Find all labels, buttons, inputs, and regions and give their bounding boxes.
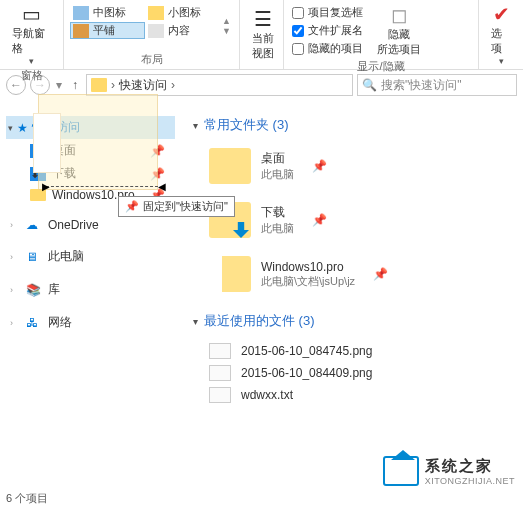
nav-network[interactable]: › 🖧 网络 [6, 311, 175, 334]
nav-item-label: 库 [48, 281, 60, 298]
breadcrumb-sep: › [171, 78, 175, 92]
nav-pane-icon: ▭ [22, 2, 41, 26]
pin-icon: 📌 [150, 167, 165, 181]
file-item[interactable]: 2015-06-10_084409.png [193, 362, 515, 384]
file-name: 2015-06-10_084409.png [241, 366, 372, 380]
file-name: 2015-06-10_084745.png [241, 344, 372, 358]
content-icon [148, 24, 164, 38]
content-pane: ▾ 常用文件夹 (3) 桌面 此电脑 📌 下载 此电脑 📌 Windows10.… [175, 100, 523, 480]
view-tiles-label: 平铺 [93, 23, 115, 38]
folder-item-desktop[interactable]: 桌面 此电脑 📌 [193, 144, 515, 198]
current-view-icon: ☰ [254, 7, 272, 31]
options-button[interactable]: ✔ 选项 ▾ [485, 2, 517, 66]
main-area: ▾ ★ 快速访问 桌面 📌 ⬇ 下载 📌 Windows10.pro 📌 › [0, 100, 523, 480]
view-content-label: 内容 [168, 23, 190, 38]
watermark-en: XITONGZHIJIA.NET [425, 476, 515, 486]
current-view-button[interactable]: ☰ 当前 视图 [246, 2, 280, 65]
view-medium-icons[interactable]: 中图标 [70, 4, 145, 21]
pin-icon: 📌 [150, 144, 165, 158]
folder-icon [91, 78, 107, 92]
drop-indicator [46, 186, 158, 187]
pin-icon: 📌 [125, 200, 139, 213]
checkbox-hidden-items[interactable]: 隐藏的项目 [290, 40, 365, 57]
star-icon: ★ [17, 121, 28, 135]
small-icons-icon [148, 6, 164, 20]
checkbox-item-checkboxes[interactable]: 项目复选框 [290, 4, 365, 21]
folder-item-downloads[interactable]: 下载 此电脑 📌 [193, 198, 515, 252]
file-item[interactable]: 2015-06-10_084745.png [193, 340, 515, 362]
pin-icon: 📌 [304, 159, 327, 173]
nav-item-label: 此电脑 [48, 248, 84, 265]
downloads-icon: ⬇ [30, 167, 46, 181]
nav-desktop[interactable]: 桌面 📌 [26, 139, 175, 162]
watermark-cn: 系统之家 [425, 457, 515, 476]
drop-tooltip: 📌 固定到"快速访问" [118, 196, 235, 217]
view-small-label: 小图标 [168, 5, 201, 20]
nav-libraries[interactable]: › 📚 库 [6, 278, 175, 301]
view-tiles[interactable]: 平铺 [70, 22, 145, 39]
tooltip-text: 固定到"快速访问" [143, 199, 228, 214]
file-name: wdwxx.txt [241, 388, 293, 402]
view-content[interactable]: 内容 [145, 22, 220, 39]
pc-icon: 🖥 [26, 250, 42, 264]
network-icon: 🖧 [26, 316, 42, 330]
folder-name: 下载 [261, 204, 294, 221]
folder-sub: 此电脑 [261, 221, 294, 236]
checkbox-label: 隐藏的项目 [308, 41, 363, 56]
file-item[interactable]: wdwxx.txt [193, 384, 515, 406]
tiles-icon [73, 24, 89, 38]
pin-icon: 📌 [304, 213, 327, 227]
folder-sub: 此电脑 [261, 167, 294, 182]
breadcrumb-sep: › [111, 78, 115, 92]
search-icon: 🔍 [362, 78, 377, 92]
options-icon: ✔ [493, 2, 510, 26]
nav-thispc[interactable]: › 🖥 此电脑 [6, 245, 175, 268]
section-title: 常用文件夹 (3) [204, 116, 289, 134]
breadcrumb-root[interactable]: 快速访问 [119, 77, 167, 94]
section-frequent-folders[interactable]: ▾ 常用文件夹 (3) [193, 116, 515, 134]
view-small-icons[interactable]: 小图标 [145, 4, 220, 21]
ribbon: ▭ 导航窗格 ▾ 窗格 中图标 平铺 小图标 内容 ▲▼ 布局 ☰ 当前 视图 [0, 0, 523, 70]
checkbox-label: 项目复选框 [308, 5, 363, 20]
folder-icon [209, 256, 251, 292]
onedrive-icon: ☁ [26, 218, 42, 232]
up-button[interactable]: ↑ [68, 78, 82, 92]
pin-icon: 📌 [365, 267, 388, 281]
nav-item-label: OneDrive [48, 218, 99, 232]
folder-name: Windows10.pro [261, 260, 355, 274]
group-label-showhide: 显示/隐藏 [290, 57, 472, 76]
watermark-logo-icon [383, 456, 419, 486]
nav-quick-access[interactable]: ▾ ★ 快速访问 [6, 116, 175, 139]
chevron-down-icon: ▾ [193, 316, 198, 327]
nav-tree: ▾ ★ 快速访问 桌面 📌 ⬇ 下载 📌 Windows10.pro 📌 › [0, 100, 175, 480]
hide-icon: ◻ [391, 3, 408, 27]
options-label: 选项 [491, 26, 511, 56]
group-label-panes: 窗格 [6, 66, 57, 85]
hide-selected-label: 隐藏 所选项目 [377, 27, 421, 57]
section-recent-files[interactable]: ▾ 最近使用的文件 (3) [193, 312, 515, 330]
folder-name: 桌面 [261, 150, 294, 167]
status-bar: 6 个项目 [6, 491, 48, 506]
nav-quick-label: 快速访问 [32, 119, 80, 136]
group-label-layout: 布局 [70, 50, 233, 69]
folder-item-windows10pro[interactable]: Windows10.pro 此电脑\文档\jsUp\jz 📌 [193, 252, 515, 306]
medium-icons-icon [73, 6, 89, 20]
nav-pane-button[interactable]: ▭ 导航窗格 ▾ [6, 2, 57, 66]
drop-caret: ◀ [158, 181, 166, 192]
text-file-icon [209, 387, 231, 403]
breadcrumb[interactable]: › 快速访问 › [86, 74, 353, 96]
checkbox-file-extensions[interactable]: 文件扩展名 [290, 22, 365, 39]
nav-item-label: 网络 [48, 314, 72, 331]
image-file-icon [209, 343, 231, 359]
search-input[interactable]: 🔍 搜索"快速访问" [357, 74, 517, 96]
current-view-label: 当前 视图 [252, 31, 274, 61]
nav-item-label: 下载 [52, 165, 76, 182]
nav-item-label: 桌面 [52, 142, 76, 159]
search-placeholder: 搜索"快速访问" [381, 77, 462, 94]
nav-pane-label: 导航窗格 [12, 26, 51, 56]
hide-selected-button[interactable]: ◻ 隐藏 所选项目 [371, 2, 427, 57]
group-label-currentview [246, 65, 277, 69]
group-label-options [485, 66, 517, 70]
chevron-down-icon: ▾ [193, 120, 198, 131]
nav-onedrive[interactable]: › ☁ OneDrive [6, 215, 175, 235]
